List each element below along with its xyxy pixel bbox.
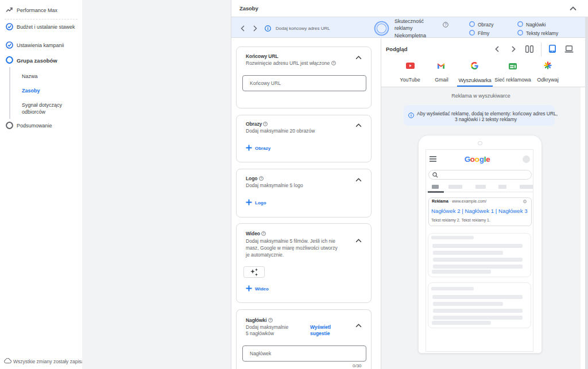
svg-text:?: ? xyxy=(263,232,265,235)
svg-text:?: ? xyxy=(269,318,271,322)
svg-text:?: ? xyxy=(444,22,447,26)
svg-text:?: ? xyxy=(260,177,262,180)
svg-text:?: ? xyxy=(265,122,266,126)
svg-text:?: ? xyxy=(332,61,334,64)
